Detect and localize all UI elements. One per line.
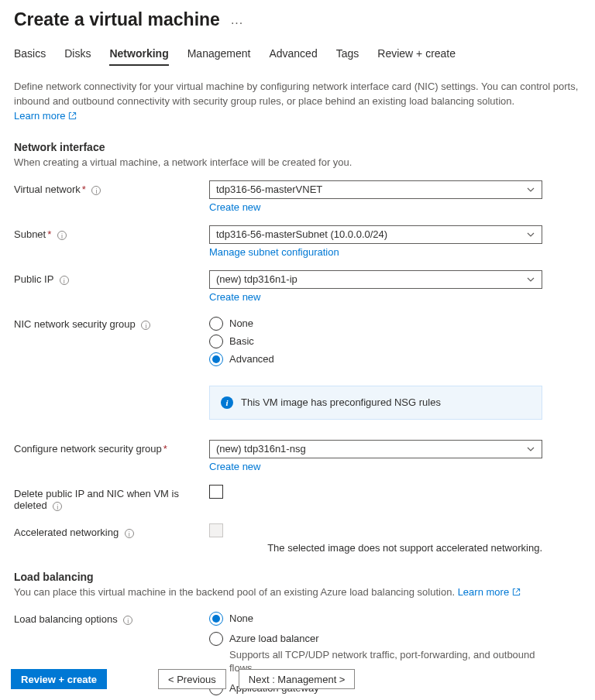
next-button[interactable]: Next : Management >: [239, 669, 356, 689]
vnet-create-new-link[interactable]: Create new: [209, 201, 542, 213]
chevron-down-icon: [526, 185, 535, 194]
public-ip-label: Public IP i: [14, 270, 209, 285]
public-ip-select[interactable]: (new) tdp316n1-ip: [209, 270, 542, 289]
external-link-icon: [68, 112, 77, 120]
nic-nsg-label: NIC network security group i: [14, 315, 209, 330]
info-icon[interactable]: i: [57, 231, 67, 240]
more-menu-button[interactable]: ...: [231, 13, 243, 27]
section-load-balancing-title: Load balancing: [14, 571, 581, 583]
nsg-radio-advanced[interactable]: Advanced: [209, 351, 542, 368]
accelerated-networking-checkbox: [209, 523, 223, 537]
section-network-interface-title: Network interface: [14, 141, 581, 153]
tab-tags[interactable]: Tags: [336, 46, 359, 66]
info-icon[interactable]: i: [123, 616, 132, 625]
configure-nsg-create-new-link[interactable]: Create new: [209, 461, 542, 472]
info-icon[interactable]: i: [141, 321, 150, 330]
tab-management[interactable]: Management: [187, 46, 251, 66]
subnet-label: Subnet* i: [14, 225, 209, 240]
section-load-balancing-sub: You can place this virtual machine in th…: [14, 586, 581, 598]
review-create-button[interactable]: Review + create: [11, 669, 107, 689]
configure-nsg-select[interactable]: (new) tdp316n1-nsg: [209, 440, 542, 458]
lb-radio-application-gateway-desc: Web traffic load balancer for HTTP/HTTPS…: [229, 698, 542, 700]
public-ip-create-new-link[interactable]: Create new: [209, 291, 542, 303]
section-network-interface-sub: When creating a virtual machine, a netwo…: [14, 156, 581, 168]
virtual-network-select[interactable]: tdp316-56-masterVNET: [209, 180, 542, 199]
chevron-down-icon: [526, 230, 535, 239]
nsg-radio-basic[interactable]: Basic: [209, 333, 542, 350]
virtual-network-label: Virtual network* i: [14, 180, 209, 195]
load-balancing-options-label: Load balancing options i: [14, 610, 209, 625]
subnet-select[interactable]: tdp316-56-masterSubnet (10.0.0.0/24): [209, 225, 542, 244]
lb-radio-azure-load-balancer[interactable]: Azure load balancer: [209, 630, 542, 647]
tab-disks[interactable]: Disks: [64, 46, 91, 66]
accelerated-networking-note: The selected image does not support acce…: [209, 542, 542, 554]
configure-nsg-label: Configure network security group*: [14, 440, 209, 455]
external-link-icon: [512, 588, 521, 596]
load-balancing-learn-more-link[interactable]: Learn more: [458, 586, 521, 598]
previous-button[interactable]: < Previous: [158, 669, 226, 689]
info-icon: i: [221, 396, 233, 409]
nsg-radio-none[interactable]: None: [209, 315, 542, 332]
lb-radio-none[interactable]: None: [209, 610, 542, 627]
tab-review[interactable]: Review + create: [377, 46, 456, 66]
info-icon[interactable]: i: [60, 276, 69, 285]
tab-advanced[interactable]: Advanced: [269, 46, 317, 66]
accelerated-networking-label: Accelerated networking i: [14, 523, 209, 538]
tab-networking[interactable]: Networking: [109, 46, 168, 66]
subnet-manage-link[interactable]: Manage subnet configuration: [209, 246, 542, 258]
info-icon[interactable]: i: [53, 502, 62, 511]
info-icon[interactable]: i: [125, 529, 134, 538]
info-icon[interactable]: i: [91, 186, 101, 195]
nsg-info-box: i This VM image has preconfigured NSG ru…: [209, 386, 542, 420]
page-title: Create a virtual machine: [14, 9, 220, 30]
wizard-tabs: Basics Disks Networking Management Advan…: [14, 46, 581, 66]
delete-ip-nic-checkbox[interactable]: [209, 485, 223, 499]
chevron-down-icon: [526, 275, 535, 284]
chevron-down-icon: [526, 444, 535, 454]
delete-ip-nic-label: Delete public IP and NIC when VM is dele…: [14, 485, 209, 511]
intro-text: Define network connectivity for your vir…: [14, 81, 578, 107]
tab-basics[interactable]: Basics: [14, 46, 46, 66]
intro-learn-more-link[interactable]: Learn more: [14, 110, 77, 122]
wizard-footer: Review + create < Previous Next : Manage…: [11, 669, 584, 689]
